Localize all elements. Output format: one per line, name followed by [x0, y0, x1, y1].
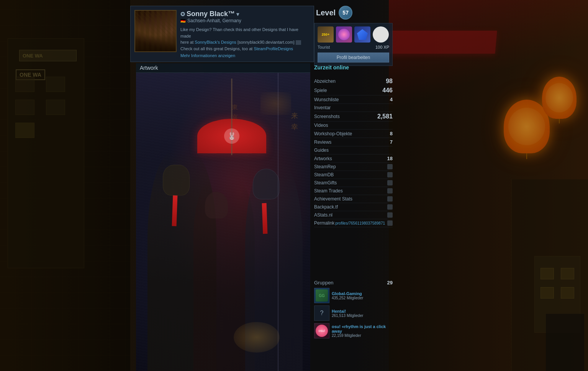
- group-item-1[interactable]: GG Global-Gaming 435,252 Mitglieder: [314, 288, 393, 303]
- wunschliste-row: Wunschliste 4: [314, 95, 393, 104]
- level-label: Level: [316, 8, 336, 17]
- desc-text-1: Like my Design? Than check this and othe…: [180, 27, 298, 38]
- sonnyblack-url: [sonnyblack90.deviantart.com]: [237, 40, 295, 44]
- group-info-2: Hentai! 261,513 Mitglieder: [332, 309, 363, 318]
- profile-info: ✪ Sonny Black™ ▾ Sachsen-Anhalt, Germany…: [180, 10, 310, 58]
- artwork-title: Artwork: [136, 63, 310, 73]
- groups-label: Gruppen: [314, 280, 334, 286]
- group-info-3: osu! «rhythm is just a click away 22,159…: [332, 324, 393, 338]
- badge-name: Tourist: [318, 45, 330, 49]
- artworks-value: 18: [387, 156, 393, 161]
- steamrep-icon: [387, 164, 393, 169]
- abzeichen-label: Abzeichen: [314, 79, 336, 84]
- online-status: Zurzeit online: [314, 64, 349, 71]
- profile-location-text: Sachsen-Anhalt, Germany: [187, 18, 241, 23]
- workshop-row: Workshop-Objekte 8: [314, 130, 393, 138]
- inventar-label: Inventar: [314, 105, 331, 110]
- asian-signs: 来 幸: [291, 111, 303, 157]
- steamrep-label: SteamRep: [314, 164, 336, 169]
- desc-text-3: Check out all this great Designs, too at: [180, 46, 252, 51]
- asian-signs-2: 東 京: [232, 103, 243, 142]
- abzeichen-row: Abzeichen 98: [314, 77, 393, 86]
- artwork-section: Artwork 🐰: [136, 63, 310, 371]
- spiele-label: Spiele: [314, 88, 327, 93]
- permalink-copy-icon[interactable]: [387, 220, 393, 226]
- spiele-row: Spiele 446: [314, 86, 393, 95]
- steamgifts-row[interactable]: SteamGifts: [314, 179, 393, 187]
- group-name-3: osu! «rhythm is just a click away: [332, 324, 393, 333]
- profile-dropdown-icon[interactable]: ▾: [236, 11, 239, 17]
- level-value: 57: [342, 10, 349, 16]
- profile-header-card: ✪ Sonny Black™ ▾ Sachsen-Anhalt, Germany…: [130, 6, 314, 62]
- achievement-stats-icon: [387, 196, 393, 202]
- guides-row[interactable]: Guides: [314, 146, 393, 154]
- group-members-1: 435,252 Mitglieder: [332, 296, 363, 300]
- group-avatar-3: osu!: [314, 323, 329, 338]
- dark-overlay-right: [389, 0, 588, 371]
- dark-overlay-left: [0, 0, 130, 371]
- guides-label: Guides: [314, 148, 329, 153]
- steamrep-row[interactable]: SteamRep: [314, 163, 393, 171]
- astats-label: AStats.nl: [314, 212, 332, 218]
- more-info-link[interactable]: Mehr Informationen anzeigen: [180, 53, 310, 58]
- permalink-row: Permalink profiles/76561198037589871: [314, 219, 393, 227]
- group-avatar-1: GG: [314, 288, 329, 303]
- sonnyblack-link[interactable]: SonnyBlack's Designs: [195, 40, 236, 44]
- bg-glow-1: [234, 322, 280, 353]
- steamtrades-label: Steam Trades: [314, 188, 343, 194]
- astats-row[interactable]: AStats.nl: [314, 211, 393, 219]
- screenshots-label: Screenshots: [314, 114, 340, 119]
- group-item-2[interactable]: ? Hentai! 261,513 Mitglieder: [314, 305, 393, 321]
- level-badge: 57: [339, 6, 352, 20]
- profile-name-text: Sonny Black™: [187, 10, 235, 18]
- badge-showcase: 250+ Tourist 100 XP Profil bearbeiten: [314, 23, 393, 66]
- reviews-label: Reviews: [314, 140, 331, 145]
- edit-profile-button[interactable]: Profil bearbeiten: [318, 53, 389, 62]
- astats-icon: [387, 212, 393, 218]
- artworks-label: Artworks: [314, 156, 332, 161]
- achievement-stats-row[interactable]: Achievement Stats: [314, 195, 393, 203]
- group-item-3[interactable]: osu! osu! «rhythm is just a click away 2…: [314, 323, 393, 338]
- badge-row: 250+: [318, 26, 389, 43]
- steamtrades-row[interactable]: Steam Trades: [314, 187, 393, 195]
- group-members-2: 261,513 Mitglieder: [332, 314, 363, 318]
- stats-list: Abzeichen 98 Spiele 446 Wunschliste 4 In…: [314, 77, 393, 227]
- screenshots-row: Screenshots 2,581: [314, 112, 393, 121]
- steamgifts-icon: [387, 180, 393, 186]
- screenshots-value: 2,581: [377, 113, 393, 120]
- badge-circle[interactable]: [373, 26, 389, 43]
- steamdb-label: SteamDB: [314, 172, 334, 177]
- inventar-row[interactable]: Inventar: [314, 104, 393, 112]
- backpack-row[interactable]: Backpack.tf: [314, 203, 393, 211]
- art-vertical-divider: [278, 73, 278, 371]
- steamdb-icon: [387, 172, 393, 177]
- abzeichen-value: 98: [386, 78, 393, 85]
- workshop-value: 8: [390, 131, 393, 136]
- steamtrades-icon: [387, 188, 393, 194]
- reviews-row: Reviews 7: [314, 138, 393, 146]
- reviews-value: 7: [390, 139, 393, 145]
- videos-label: Videos: [314, 123, 328, 128]
- spiele-value: 446: [382, 87, 393, 94]
- group-name-2: Hentai!: [332, 309, 363, 314]
- permalink-value[interactable]: profiles/76561198037589871: [335, 221, 385, 225]
- steamprofiledesigns-link[interactable]: SteamProfileDesigns: [254, 46, 293, 51]
- artworks-row: Artworks 18: [314, 154, 393, 163]
- steamdb-row[interactable]: SteamDB: [314, 171, 393, 179]
- workshop-label: Workshop-Objekte: [314, 131, 352, 136]
- groups-title-row: Gruppen 29: [314, 280, 393, 286]
- badge-250plus[interactable]: 250+: [318, 26, 334, 43]
- videos-row[interactable]: Videos: [314, 121, 393, 130]
- steamgifts-label: SteamGifts: [314, 180, 337, 186]
- group-members-3: 22,159 Mitglieder: [332, 333, 393, 338]
- wunschliste-label: Wunschliste: [314, 97, 339, 102]
- artwork-image: 🐰 来 幸 東 京: [136, 73, 310, 371]
- group-name-1: Global-Gaming: [332, 291, 363, 296]
- backpack-icon: [387, 204, 393, 210]
- avatar: [134, 10, 177, 52]
- group-avatar-2: ?: [314, 305, 329, 321]
- backpack-label: Backpack.tf: [314, 204, 338, 210]
- badge-colorful[interactable]: [336, 26, 352, 43]
- wunschliste-value: 4: [390, 97, 393, 102]
- badge-blue[interactable]: [354, 26, 370, 43]
